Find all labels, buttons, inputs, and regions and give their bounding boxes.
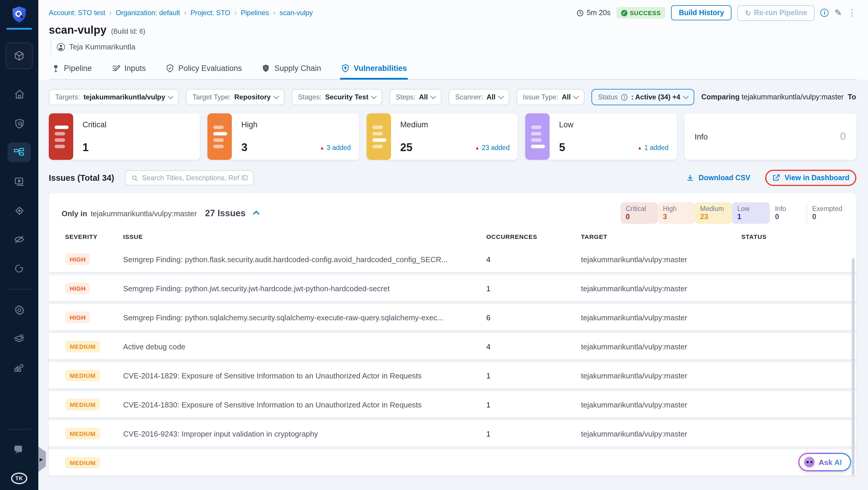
build-id: (Build Id: 6) [111, 28, 146, 35]
sidebar-item-executions[interactable] [7, 172, 31, 191]
severity-chips: Critical0 High3 Medium23 Low1 Info0 [620, 202, 844, 224]
sidebar-item-settings[interactable] [7, 300, 31, 320]
sidebar-item-default-settings[interactable] [7, 329, 31, 349]
high-card[interactable]: High 3 ▲3 added [208, 113, 359, 160]
tab-policy-evaluations[interactable]: Policy Evaluations [164, 62, 243, 79]
expand-arrow-icon: ▶ [39, 457, 43, 462]
severity-badge: MEDIUM [65, 399, 100, 410]
check-icon: ✓ [621, 9, 627, 16]
pipeline-tab-icon [52, 64, 60, 72]
breadcrumb-current[interactable]: scan-vulpy [279, 9, 313, 17]
filter-bar: Targets: tejakummarikuntla/vulpy Target … [38, 80, 868, 105]
table-row[interactable]: MEDIUM [49, 449, 857, 476]
table-rows: HIGH Semgrep Finding: python.flask.secur… [49, 246, 857, 476]
sidebar-item-help[interactable]: ? [7, 440, 31, 460]
page-title: scan-vulpy [49, 24, 106, 37]
build-history-button[interactable]: Build History [671, 5, 732, 20]
critical-card[interactable]: Critical 1 [49, 113, 200, 160]
sidebar-item-org-settings[interactable] [7, 358, 31, 378]
inputs-tab-icon [112, 64, 120, 73]
table-row[interactable]: HIGH Semgrep Finding: python.jwt.securit… [49, 275, 857, 304]
breadcrumb-organization[interactable]: Organization: default [116, 9, 180, 17]
breadcrumb-pipelines[interactable]: Pipelines [241, 9, 269, 17]
table-row[interactable]: MEDIUM CVE-2014-1829: Exposure of Sensit… [49, 362, 857, 391]
breadcrumb-account[interactable]: Account: STO test [49, 9, 105, 17]
issues-table-card: Only in tejakummarikuntla/vulpy:master 2… [49, 193, 857, 476]
issues-title: Issues (Total 34) [49, 173, 114, 183]
low-card[interactable]: Low 5 ▲1 added [525, 113, 677, 160]
harness-sto-logo[interactable] [6, 0, 32, 34]
tab-bar: Pipeline Inputs Policy Evaluations [49, 56, 857, 80]
tab-vulnerabilities[interactable]: Vulnerabilities [340, 62, 408, 79]
filter-stages[interactable]: Stages: Security Test [292, 89, 382, 105]
tab-supply-chain[interactable]: Supply Chain [260, 62, 322, 79]
supply-chain-shield-icon [262, 64, 271, 73]
issues-search[interactable] [125, 170, 254, 185]
sidebar-item-home[interactable] [7, 84, 31, 104]
help-chat-icon: ? [13, 444, 25, 456]
medium-card[interactable]: Medium 25 ▲23 added [367, 113, 518, 160]
breadcrumb-project[interactable]: Project: STO [191, 9, 230, 17]
sidebar-item-test-targets[interactable] [7, 229, 31, 249]
info-card[interactable]: Info 0 [684, 113, 857, 160]
chip-low[interactable]: Low1 [732, 202, 769, 224]
chip-info[interactable]: Info0 [769, 202, 806, 224]
critical-bar-icon [49, 113, 73, 160]
severity-badge: MEDIUM [65, 341, 100, 352]
table-row[interactable]: MEDIUM CVE-2014-1830: Exposure of Sensit… [49, 391, 857, 420]
download-csv-button[interactable]: Download CSV [686, 174, 750, 182]
chip-critical[interactable]: Critical0 [620, 202, 658, 224]
chip-medium[interactable]: Medium23 [695, 202, 732, 224]
collapse-chevron-icon[interactable] [253, 210, 259, 217]
edit-pipeline-icon[interactable]: ✎ [835, 7, 842, 18]
chip-high[interactable]: High3 [658, 202, 695, 224]
gear-icon [14, 304, 25, 315]
low-added-link[interactable]: ▲1 added [637, 144, 669, 151]
chevron-down-icon [168, 93, 174, 99]
sidebar-item-pipelines[interactable] [7, 143, 31, 162]
avatar[interactable]: TK [11, 472, 27, 484]
table-row[interactable]: MEDIUM Active debug code 4 tejakummariku… [49, 333, 857, 362]
medium-added-link[interactable]: ▲23 added [475, 144, 510, 151]
sidebar-item-getting-started[interactable] [7, 259, 31, 278]
triggered-by: Teja Kummarikuntla [51, 40, 857, 55]
sidebar-item-targets[interactable] [7, 201, 31, 220]
executions-play-icon [14, 176, 25, 187]
table-scrollbar[interactable] [852, 258, 855, 476]
table-row[interactable]: HIGH Semgrep Finding: python.flask.secur… [49, 246, 857, 275]
chevron-down-icon [574, 93, 579, 99]
filter-steps[interactable]: Steps: All [389, 89, 442, 105]
info-icon[interactable]: i [820, 9, 829, 17]
filter-issue-type[interactable]: Issue Type: All [517, 89, 585, 105]
high-added-link[interactable]: ▲3 added [320, 144, 351, 151]
module-selector-cube[interactable] [6, 42, 33, 69]
tab-pipeline[interactable]: Pipeline [51, 62, 93, 79]
power-icon [14, 263, 24, 274]
refresh-icon: ↻ [745, 8, 751, 17]
rerun-pipeline-button[interactable]: ↻ Re-run Pipeline [738, 5, 815, 21]
group-issue-count: 27 Issues [205, 208, 246, 218]
sidebar: ? TK [0, 0, 38, 490]
table-row[interactable]: HIGH Semgrep Finding: python.sqlalchemy.… [49, 304, 857, 333]
ask-ai-button[interactable]: Ask AI [798, 453, 851, 471]
severity-badge: HIGH [65, 253, 90, 265]
filter-targets[interactable]: Targets: tejakummarikuntla/vulpy [49, 89, 179, 105]
table-row[interactable]: MEDIUM CVE-2016-9243: Improper input val… [49, 420, 857, 449]
chip-exempted[interactable]: Exempted0 [806, 202, 844, 224]
tab-inputs[interactable]: Inputs [111, 62, 147, 79]
user-icon [57, 43, 65, 51]
more-options-icon[interactable]: ⋮ [848, 7, 857, 18]
only-in-label: Only in [62, 209, 87, 218]
breadcrumb: Account: STO test › Organization: defaul… [49, 9, 313, 17]
build-duration: 5m 20s [576, 9, 611, 17]
robot-icon [804, 457, 814, 467]
view-in-dashboard-button[interactable]: View in Dashboard [772, 174, 849, 182]
filter-target-type[interactable]: Target Type: Repository [186, 89, 285, 105]
filter-scanner[interactable]: Scanner: All [449, 89, 509, 105]
sidebar-item-scans[interactable] [7, 113, 31, 133]
pipelines-icon [13, 147, 25, 158]
severity-badge: MEDIUM [65, 457, 100, 468]
search-input[interactable] [142, 174, 247, 182]
filter-status[interactable]: Status i : Active (34) +4 [592, 89, 694, 105]
severity-badge: HIGH [65, 282, 90, 294]
